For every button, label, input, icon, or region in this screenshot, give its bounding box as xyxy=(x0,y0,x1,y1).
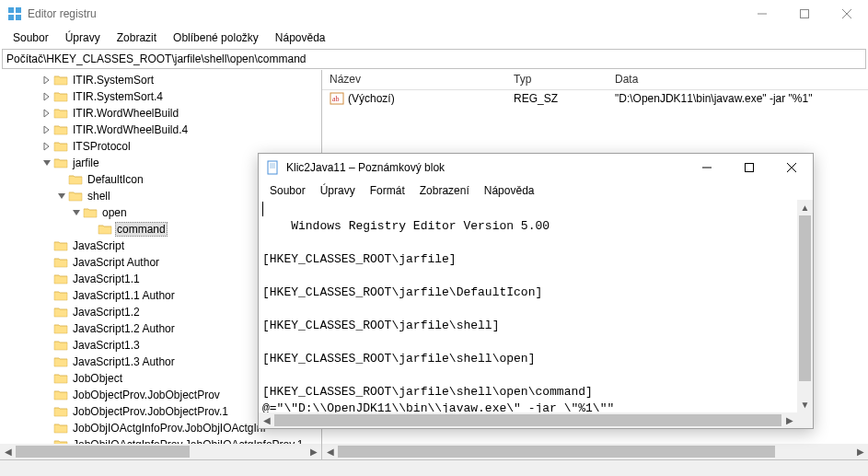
notepad-title: Klic2Java11 – Poznámkový blok xyxy=(286,161,686,174)
list-header: Název Typ Data xyxy=(322,70,868,90)
tree-label: ITSProtocol xyxy=(71,140,133,153)
col-name[interactable]: Název xyxy=(322,70,506,89)
menu-edit[interactable]: Úpravy xyxy=(58,29,108,46)
close-button[interactable] xyxy=(826,0,868,28)
svg-rect-1 xyxy=(16,7,21,13)
tree-hscroll[interactable]: ◀ ▶ xyxy=(0,444,321,459)
folder-icon xyxy=(53,322,68,335)
notepad-app-icon xyxy=(266,160,281,175)
notepad-close-button[interactable] xyxy=(770,154,813,181)
text-caret xyxy=(262,202,263,216)
list-hscroll[interactable]: ◀ ▶ xyxy=(322,444,868,459)
tree-item[interactable]: ITIR.SystemSort.4 xyxy=(0,88,321,105)
folder-icon xyxy=(53,389,68,401)
tree-item[interactable]: ITIR.SystemSort xyxy=(0,72,321,88)
notepad-minimize-button[interactable] xyxy=(686,154,728,181)
tree-label: ITIR.WordWheelBuild xyxy=(71,107,180,120)
tree-label: JobObjIOActgInfoProv.JobObjIOActgInf xyxy=(71,422,268,435)
folder-icon xyxy=(68,190,83,203)
scroll-down-icon[interactable]: ▼ xyxy=(797,397,813,412)
folder-icon xyxy=(53,239,68,252)
tree-label: command xyxy=(115,222,168,237)
np-menu-file[interactable]: Soubor xyxy=(262,182,313,199)
tree-toggle-icon[interactable] xyxy=(41,125,53,134)
tree-toggle-icon[interactable] xyxy=(55,192,68,201)
scroll-right-icon[interactable]: ▶ xyxy=(306,444,321,459)
value-type: REG_SZ xyxy=(506,92,608,105)
tree-toggle-icon[interactable] xyxy=(41,158,53,168)
notepad-maximize-button[interactable] xyxy=(728,154,770,181)
tree-label: JobObject xyxy=(71,372,124,385)
hscroll-thumb[interactable] xyxy=(274,414,781,426)
scroll-right-icon[interactable]: ▶ xyxy=(781,412,797,428)
tree-label: JavaScript1.2 xyxy=(71,306,142,319)
menu-view[interactable]: Zobrazit xyxy=(110,29,164,46)
tree-toggle-icon[interactable] xyxy=(41,75,53,85)
menu-favorites[interactable]: Oblíbené položky xyxy=(166,29,266,46)
notepad-text: Windows Registry Editor Version 5.00 [HK… xyxy=(262,219,614,415)
maximize-button[interactable] xyxy=(783,0,826,28)
tree-item[interactable]: ITIR.WordWheelBuild xyxy=(0,105,321,122)
tree-toggle-icon[interactable] xyxy=(41,109,53,118)
folder-icon xyxy=(53,74,68,87)
scroll-left-icon[interactable]: ◀ xyxy=(259,412,274,428)
tree-label: jarfile xyxy=(71,157,101,169)
tree-label: JavaScript1.3 Author xyxy=(71,355,177,368)
np-menu-help[interactable]: Nápověda xyxy=(477,182,542,199)
notepad-hscroll[interactable]: ◀ ▶ xyxy=(259,412,797,428)
folder-icon xyxy=(53,273,68,285)
np-menu-format[interactable]: Formát xyxy=(363,182,412,199)
folder-icon xyxy=(53,90,68,103)
folder-icon xyxy=(53,339,68,352)
regedit-titlebar: Editor registru xyxy=(0,0,868,28)
address-bar[interactable]: Počítač\HKEY_CLASSES_ROOT\jarfile\shell\… xyxy=(2,49,866,69)
np-menu-edit[interactable]: Úpravy xyxy=(313,182,363,199)
tree-label: open xyxy=(100,206,129,219)
tree-toggle-icon[interactable] xyxy=(41,142,53,151)
scroll-left-icon[interactable]: ◀ xyxy=(0,444,16,459)
tree-label: shell xyxy=(86,190,112,203)
menu-file[interactable]: Soubor xyxy=(6,29,56,46)
np-menu-view[interactable]: Zobrazení xyxy=(412,182,477,199)
notepad-vscroll[interactable]: ▲ ▼ xyxy=(797,200,813,412)
notepad-window[interactable]: Klic2Java11 – Poznámkový blok Soubor Úpr… xyxy=(258,153,814,429)
tree-label: ITIR.WordWheelBuild.4 xyxy=(71,123,190,136)
svg-rect-3 xyxy=(16,15,21,20)
tree-label: JobObjectProv.JobObjectProv xyxy=(71,389,222,401)
tree-label: DefaultIcon xyxy=(86,173,145,186)
menu-help[interactable]: Nápověda xyxy=(268,29,333,46)
col-data[interactable]: Data xyxy=(608,70,868,89)
scroll-left-icon[interactable]: ◀ xyxy=(322,444,338,459)
svg-rect-0 xyxy=(8,7,14,13)
minimize-button[interactable] xyxy=(741,0,783,28)
folder-icon xyxy=(53,355,68,368)
folder-icon xyxy=(53,140,68,153)
svg-text:ab: ab xyxy=(332,95,340,103)
folder-icon xyxy=(53,123,68,136)
tree-label: JavaScript1.1 Author xyxy=(71,289,177,302)
scroll-up-icon[interactable]: ▲ xyxy=(797,200,813,215)
tree-label: JavaScript xyxy=(71,239,126,252)
regedit-app-icon xyxy=(7,6,22,21)
svg-rect-2 xyxy=(8,15,14,20)
folder-icon xyxy=(53,157,68,169)
string-value-icon: ab xyxy=(330,91,344,106)
tree-toggle-icon[interactable] xyxy=(70,208,83,217)
value-row[interactable]: ab(Výchozí)REG_SZ"D:\OpenJDK11\bin\javaw… xyxy=(322,90,868,107)
tree-label: ITIR.SystemSort xyxy=(71,74,156,87)
scroll-right-icon[interactable]: ▶ xyxy=(852,444,868,459)
vscroll-thumb[interactable] xyxy=(799,215,811,381)
svg-rect-15 xyxy=(746,164,754,172)
tree-toggle-icon[interactable] xyxy=(41,92,53,101)
notepad-titlebar[interactable]: Klic2Java11 – Poznámkový blok xyxy=(259,154,813,181)
col-type[interactable]: Typ xyxy=(506,70,608,89)
tree-item[interactable]: ITIR.WordWheelBuild.4 xyxy=(0,122,321,138)
notepad-menubar: Soubor Úpravy Formát Zobrazení Nápověda xyxy=(259,181,813,200)
statusbar xyxy=(0,459,868,476)
folder-icon xyxy=(98,223,112,236)
folder-icon xyxy=(53,107,68,120)
regedit-title: Editor registru xyxy=(28,7,741,20)
folder-icon xyxy=(53,405,68,418)
svg-rect-5 xyxy=(801,10,809,18)
notepad-content[interactable]: Windows Registry Editor Version 5.00 [HK… xyxy=(259,200,813,428)
